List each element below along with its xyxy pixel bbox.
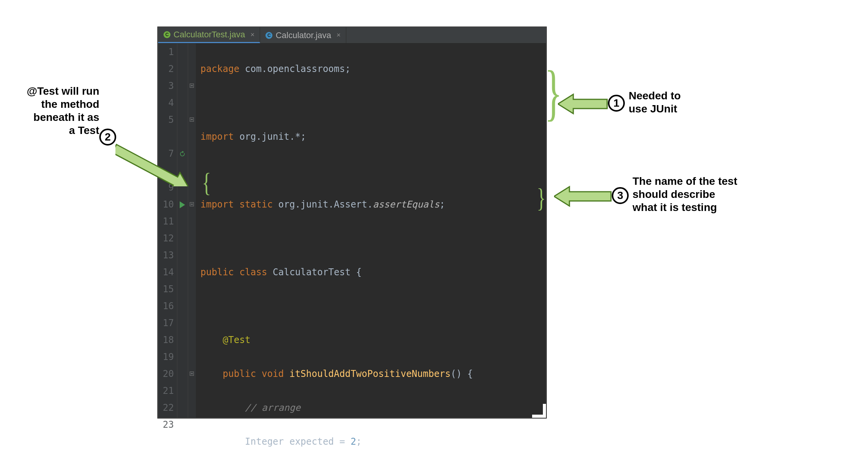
code-keyword: void: [262, 368, 284, 379]
code-content[interactable]: package com.openclassrooms; import org.j…: [196, 44, 546, 418]
editor-tab-bar: C CalculatorTest.java × C Calculator.jav…: [158, 27, 546, 44]
line-number: 22: [161, 399, 174, 416]
line-number: 23: [161, 416, 174, 433]
callout-number: 1: [613, 97, 619, 109]
code-number: 2: [351, 436, 356, 447]
callout-badge: 3: [612, 187, 629, 204]
editor-area: 1 2 3 4 5 7 9 10 11 12 13 14 15 16 17 18…: [158, 44, 546, 418]
callout-text: The name of the test should describe wha…: [633, 175, 737, 214]
line-number: 13: [161, 247, 174, 264]
fold-toggle-icon[interactable]: [190, 202, 194, 206]
code-keyword: import static: [200, 199, 273, 210]
tab-label: CalculatorTest.java: [174, 30, 245, 40]
line-number: 1: [161, 44, 174, 60]
line-number: 10: [161, 196, 174, 213]
line-number: 21: [161, 382, 174, 399]
callout-text: @Test will run the method beneath it as …: [18, 85, 99, 137]
resize-corner-icon: [532, 404, 546, 418]
diagram-stage: C CalculatorTest.java × C Calculator.jav…: [0, 0, 868, 462]
line-number: 14: [161, 264, 174, 281]
close-tab-icon[interactable]: ×: [250, 31, 255, 39]
ide-window: C CalculatorTest.java × C Calculator.jav…: [158, 27, 546, 418]
code-text: com.openclassrooms;: [239, 64, 351, 74]
callout-text: Needed to use JUnit: [629, 89, 681, 116]
line-number: 3: [161, 77, 174, 94]
code-text: () {: [451, 368, 473, 379]
line-number: 18: [161, 331, 174, 348]
callout-badge: 2: [99, 129, 116, 146]
svg-marker-0: [558, 94, 607, 114]
line-number: 12: [161, 230, 174, 247]
fold-gutter: [188, 44, 196, 418]
code-static-import: assertEquals: [373, 199, 439, 210]
code-text: {: [351, 267, 362, 278]
callout-number: 3: [617, 189, 623, 202]
code-text: ;: [439, 199, 445, 210]
tab-calculator-test[interactable]: C CalculatorTest.java ×: [158, 27, 260, 43]
code-keyword: package: [200, 64, 239, 74]
line-number: 2: [161, 60, 174, 77]
code-text: org.junit.Assert.: [273, 199, 373, 210]
java-test-file-icon: C: [164, 31, 170, 38]
line-number: 5: [161, 111, 174, 128]
code-class-name: CalculatorTest: [273, 267, 351, 278]
svg-marker-2: [115, 140, 194, 186]
grouping-brace-icon: }: [537, 185, 546, 212]
fold-toggle-icon[interactable]: [190, 117, 194, 122]
line-number: 16: [161, 298, 174, 315]
code-annotation: @Test: [223, 335, 250, 345]
code-text: ;: [356, 436, 362, 447]
code-keyword: class: [239, 267, 267, 278]
line-number: 17: [161, 315, 174, 331]
callout-arrow-icon: [558, 92, 608, 116]
run-test-icon[interactable]: [180, 201, 185, 208]
callout-number: 2: [105, 131, 111, 143]
line-number: 20: [161, 365, 174, 382]
code-keyword: public: [223, 368, 256, 379]
tab-calculator[interactable]: C Calculator.java ×: [260, 27, 346, 43]
callout-badge: 1: [608, 95, 625, 112]
java-file-icon: C: [265, 32, 272, 39]
code-keyword: public: [200, 267, 234, 278]
code-comment: // arrange: [245, 402, 301, 413]
callout-arrow-icon: [554, 185, 612, 208]
line-number: 19: [161, 348, 174, 365]
code-text: org.junit.*;: [234, 131, 306, 142]
close-tab-icon[interactable]: ×: [337, 31, 341, 39]
line-number-gutter: 1 2 3 4 5 7 9 10 11 12 13 14 15 16 17 18…: [158, 44, 177, 418]
tab-label: Calculator.java: [275, 30, 331, 40]
code-keyword: import: [200, 131, 234, 142]
line-number: 11: [161, 213, 174, 230]
run-marker-gutter: [177, 44, 188, 418]
fold-toggle-icon[interactable]: [190, 84, 194, 88]
svg-marker-1: [554, 187, 611, 206]
callout-arrow-icon: [115, 132, 204, 186]
line-number: 15: [161, 281, 174, 298]
code-text: Integer expected =: [245, 436, 351, 447]
fold-toggle-icon[interactable]: [190, 372, 194, 376]
line-number: 4: [161, 94, 174, 111]
code-method-name: itShouldAddTwoPositiveNumbers: [289, 368, 451, 379]
